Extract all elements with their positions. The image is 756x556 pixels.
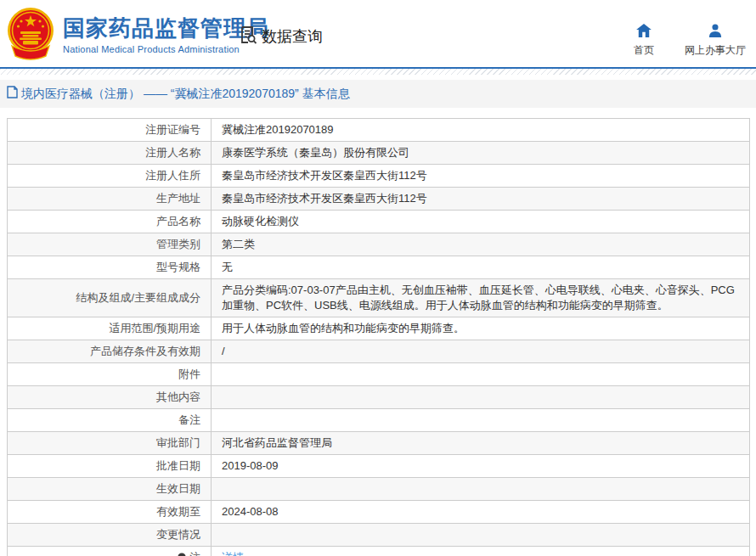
row-value-text: 2019-08-09	[222, 458, 279, 474]
row-value	[212, 478, 749, 500]
row-label: 注册证编号	[8, 119, 212, 141]
row-value: 产品分类编码:07-03-07产品由主机、无创血压袖带、血压延长管、心电导联线、…	[212, 279, 749, 317]
data-query-nav[interactable]: 数据查询	[238, 25, 323, 48]
table-row: 其他内容	[8, 386, 749, 409]
row-label: 结构及组成/主要组成成分	[8, 279, 212, 317]
row-label: 型号规格	[8, 256, 212, 278]
row-label: 变更情况	[8, 524, 212, 546]
row-value	[212, 524, 749, 546]
row-label: 适用范围/预期用途	[8, 317, 212, 340]
home-icon	[636, 24, 652, 41]
row-label: 注册人住所	[8, 165, 212, 187]
table-row: 管理类别 第二类	[8, 233, 749, 256]
row-value: 康泰医学系统（秦皇岛）股份有限公司	[212, 142, 749, 164]
table-row: 型号规格 无	[8, 256, 749, 279]
row-label-text: 注册证编号	[145, 122, 200, 138]
details-link[interactable]: 详情	[222, 550, 244, 556]
row-value	[212, 409, 749, 431]
table-row: 适用范围/预期用途 用于人体动脉血管的结构和功能病变的早期筛查。	[8, 317, 749, 340]
row-label: 生效日期	[8, 478, 212, 500]
row-label: 有效期至	[8, 501, 212, 523]
table-row: 批准日期 2019-08-09	[8, 455, 749, 478]
row-value-text: 2024-08-08	[222, 504, 279, 519]
table-row: 附件	[8, 363, 749, 386]
row-label-text: 生产地址	[156, 191, 200, 206]
document-icon	[7, 86, 18, 102]
row-value: 2019-08-09	[212, 455, 749, 477]
row-label-text: 变更情况	[156, 527, 200, 542]
row-label: 其他内容	[8, 386, 212, 408]
nav-item-service-hall[interactable]: 网上办事大厅	[685, 24, 746, 58]
row-label-text: 生效日期	[156, 481, 200, 497]
row-label-text: 产品储存条件及有效期	[90, 344, 200, 359]
table-row: 注册人名称 康泰医学系统（秦皇岛）股份有限公司	[8, 142, 749, 165]
row-value: 秦皇岛市经济技术开发区秦皇西大街112号	[212, 188, 749, 210]
hatch-divider	[0, 69, 756, 75]
row-label: 生产地址	[8, 188, 212, 210]
table-row: 有效期至 2024-08-08	[8, 501, 749, 524]
row-label: 产品储存条件及有效期	[8, 340, 212, 362]
row-value-text: 动脉硬化检测仪	[222, 214, 299, 229]
table-row: 产品名称 动脉硬化检测仪	[8, 211, 749, 233]
row-label: 产品名称	[8, 211, 212, 233]
row-value: 动脉硬化检测仪	[212, 211, 749, 233]
row-value	[212, 386, 749, 408]
row-label-text: 适用范围/预期用途	[109, 321, 200, 336]
row-label-text: 产品名称	[156, 214, 200, 229]
service-hall-label: 网上办事大厅	[685, 43, 746, 58]
breadcrumb: 境内医疗器械（注册） —— “冀械注准20192070189” 基本信息	[0, 80, 756, 108]
row-label: 注册人名称	[8, 142, 212, 164]
table-row: 注册人住所 秦皇岛市经济技术开发区秦皇西大街112号	[8, 165, 749, 188]
row-label-text: 附件	[178, 367, 200, 382]
row-value-text: 秦皇岛市经济技术开发区秦皇西大街112号	[222, 168, 427, 183]
data-query-label: 数据查询	[262, 26, 323, 47]
row-label-text: 注册人名称	[145, 145, 200, 160]
row-value: 无	[212, 256, 749, 278]
row-value-text: 无	[222, 260, 233, 275]
row-value: 河北省药品监督管理局	[212, 432, 749, 454]
table-row: 结构及组成/主要组成成分 产品分类编码:07-03-07产品由主机、无创血压袖带…	[8, 279, 749, 317]
nav-item-home[interactable]: 首页	[634, 24, 654, 58]
row-label-text: 型号规格	[156, 260, 200, 275]
info-table: 注册证编号 冀械注准20192070189 注册人名称 康泰医学系统（秦皇岛）股…	[7, 118, 750, 556]
row-value-text: 秦皇岛市经济技术开发区秦皇西大街112号	[222, 191, 427, 206]
row-label-text: 备注	[178, 413, 200, 428]
table-row: 备注	[8, 409, 749, 432]
table-row: 生效日期	[8, 478, 749, 501]
row-label-text: 管理类别	[156, 237, 200, 252]
row-value-text: 用于人体动脉血管的结构和功能病变的早期筛查。	[222, 321, 465, 336]
row-label-text: 结构及组成/主要组成成分	[76, 290, 200, 306]
bulb-icon	[178, 553, 187, 556]
row-value-text: /	[222, 344, 225, 359]
row-value: 秦皇岛市经济技术开发区秦皇西大街112号	[212, 165, 749, 187]
site-header: 国家药品监督管理局 National Medical Products Admi…	[0, 0, 756, 69]
row-value: 用于人体动脉血管的结构和功能病变的早期筛查。	[212, 317, 749, 340]
row-label: 注	[8, 547, 212, 556]
table-row: 注 详情	[8, 547, 749, 556]
row-value-text: 冀械注准20192070189	[222, 122, 334, 138]
row-label-text: 注册人住所	[145, 168, 200, 183]
row-value: 第二类	[212, 233, 749, 256]
header-nav: 首页 网上办事大厅	[634, 24, 746, 58]
row-label-text: 注	[189, 550, 200, 556]
row-label-text: 其他内容	[156, 390, 200, 405]
table-row: 生产地址 秦皇岛市经济技术开发区秦皇西大街112号	[8, 188, 749, 211]
row-value	[212, 363, 749, 385]
table-row: 产品储存条件及有效期 /	[8, 340, 749, 363]
table-row: 审批部门 河北省药品监督管理局	[8, 432, 749, 455]
row-label-text: 批准日期	[156, 458, 200, 474]
row-label-text: 有效期至	[156, 504, 200, 519]
row-value: 冀械注准20192070189	[212, 119, 749, 141]
row-label: 附件	[8, 363, 212, 385]
row-value-text: 康泰医学系统（秦皇岛）股份有限公司	[222, 145, 409, 160]
row-value: 2024-08-08	[212, 501, 749, 523]
nmpa-logo-link[interactable]	[7, 7, 54, 63]
row-value-text: 产品分类编码:07-03-07产品由主机、无创血压袖带、血压延长管、心电导联线、…	[222, 283, 739, 313]
national-emblem-icon	[7, 51, 54, 65]
table-row: 注册证编号 冀械注准20192070189	[8, 119, 749, 142]
breadcrumb-text: 境内医疗器械（注册） —— “冀械注准20192070189” 基本信息	[21, 87, 350, 102]
row-label: 备注	[8, 409, 212, 431]
table-row: 变更情况	[8, 524, 749, 547]
home-label: 首页	[634, 43, 654, 58]
row-label: 管理类别	[8, 233, 212, 256]
